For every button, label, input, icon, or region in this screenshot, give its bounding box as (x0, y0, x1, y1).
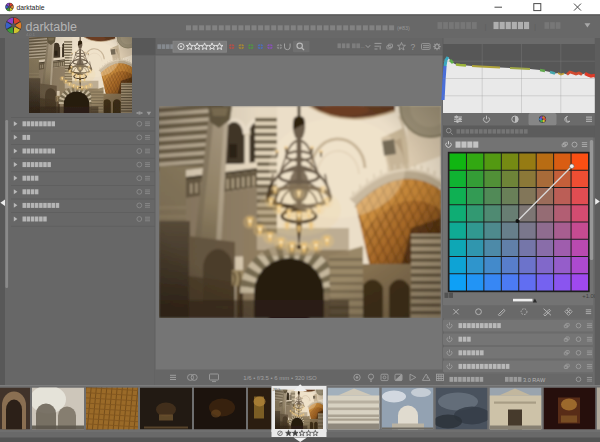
svg-text:...: ... (361, 43, 365, 49)
svg-text:4.0.1: 4.0.1 (26, 32, 36, 37)
svg-text:+1.00: +1.00 (582, 293, 597, 299)
svg-text:(#83): (#83) (397, 25, 410, 31)
svg-text:|: | (485, 22, 487, 31)
svg-text:1/6 • f/3.5 • 6 mm • 320 ISO: 1/6 • f/3.5 • 6 mm • 320 ISO (243, 375, 317, 381)
svg-text:3.0 RAW: 3.0 RAW (523, 377, 546, 383)
svg-text:darktable: darktable (17, 4, 45, 11)
svg-text:?: ? (411, 42, 416, 52)
svg-text:|: | (534, 22, 536, 31)
svg-text:JPG: JPG (273, 387, 281, 392)
